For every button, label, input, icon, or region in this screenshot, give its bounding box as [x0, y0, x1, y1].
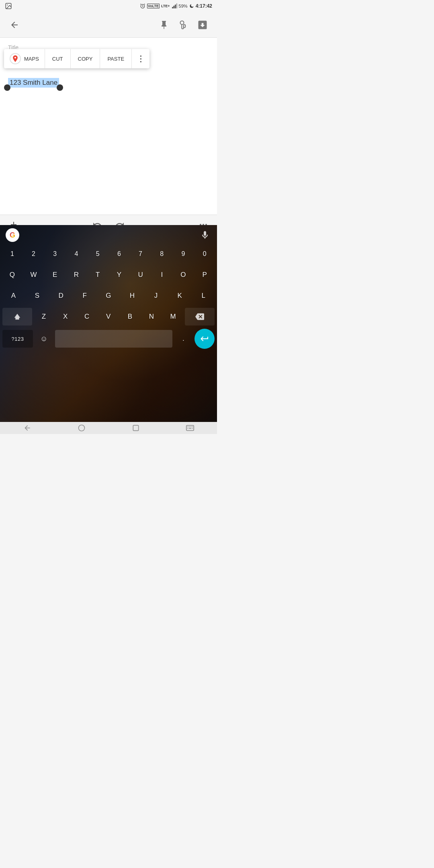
back-button[interactable]: [6, 17, 23, 33]
key-p[interactable]: P: [195, 266, 215, 284]
qwerty-row: Q W E R T Y U I O P: [0, 266, 217, 284]
svg-rect-16: [190, 426, 191, 427]
recent-nav-button[interactable]: [124, 422, 148, 434]
status-bar: VoLTE LTE+ 59% 4:17:42: [0, 0, 217, 12]
key-0[interactable]: 0: [195, 245, 215, 263]
enter-icon: [200, 334, 209, 344]
number-row: 1 2 3 4 5 6 7 8 9 0: [0, 245, 217, 263]
delete-icon: [195, 312, 204, 321]
svg-rect-19: [189, 428, 191, 429]
space-key[interactable]: [55, 330, 172, 348]
svg-rect-5: [175, 5, 176, 8]
key-u[interactable]: U: [131, 266, 150, 284]
more-options-button[interactable]: ⋮: [132, 49, 149, 68]
shift-button[interactable]: [2, 308, 32, 326]
key-s[interactable]: S: [26, 287, 48, 305]
gesture-icon: [178, 20, 188, 30]
maps-popup-option[interactable]: MAPS: [4, 49, 45, 68]
key-z[interactable]: Z: [34, 308, 54, 326]
paste-button[interactable]: PASTE: [100, 49, 132, 68]
key-8[interactable]: 8: [152, 245, 172, 263]
cut-button[interactable]: CUT: [45, 49, 71, 68]
key-q[interactable]: Q: [2, 266, 22, 284]
battery-percentage: 59%: [179, 4, 188, 8]
key-d[interactable]: D: [50, 287, 72, 305]
recent-nav-icon: [132, 424, 140, 432]
key-c[interactable]: C: [77, 308, 97, 326]
key-f[interactable]: F: [74, 287, 96, 305]
svg-rect-14: [187, 426, 188, 427]
svg-point-1: [7, 4, 8, 5]
google-button[interactable]: G: [6, 228, 19, 242]
back-arrow-icon: [10, 20, 19, 30]
key-h[interactable]: H: [121, 287, 143, 305]
svg-rect-15: [189, 426, 190, 427]
key-9[interactable]: 9: [174, 245, 193, 263]
copy-button[interactable]: COPY: [71, 49, 100, 68]
key-k[interactable]: K: [169, 287, 191, 305]
svg-rect-12: [133, 425, 138, 430]
selected-text-area[interactable]: 123 Smith Lane: [8, 78, 59, 88]
keyboard-nav-icon: [186, 424, 194, 432]
content-area: Title MAPS CUT COPY PASTE ⋮: [0, 38, 217, 215]
key-a[interactable]: A: [2, 287, 25, 305]
gesture-button[interactable]: [175, 17, 191, 33]
svg-rect-3: [172, 7, 173, 8]
key-b[interactable]: B: [120, 308, 140, 326]
bottom-nav: [0, 422, 217, 434]
svg-rect-18: [187, 428, 188, 429]
key-n[interactable]: N: [141, 308, 162, 326]
volte-indicator: VoLTE: [147, 4, 160, 8]
selection-handle-right[interactable]: [57, 84, 63, 91]
keyboard-nav-button[interactable]: [178, 422, 202, 434]
lte-indicator: LTE+: [161, 4, 170, 8]
key-7[interactable]: 7: [131, 245, 150, 263]
bottom-row: ?123 ☺ .: [0, 329, 217, 349]
key-3[interactable]: 3: [45, 245, 65, 263]
pin-button[interactable]: [156, 17, 172, 33]
selection-handle-left[interactable]: [4, 84, 10, 91]
key-o[interactable]: O: [174, 266, 193, 284]
inbox-icon: [197, 19, 208, 31]
key-2[interactable]: 2: [24, 245, 43, 263]
key-m[interactable]: M: [163, 308, 183, 326]
period-key[interactable]: .: [174, 330, 193, 348]
maps-label: MAPS: [24, 56, 39, 62]
selection-popup: MAPS CUT COPY PASTE ⋮: [4, 49, 149, 68]
maps-icon: [10, 53, 21, 64]
delete-button[interactable]: [185, 308, 215, 326]
keyboard-top-bar: G: [0, 225, 217, 245]
svg-point-7: [14, 57, 16, 58]
key-l[interactable]: L: [192, 287, 215, 305]
symbols-button[interactable]: ?123: [2, 330, 33, 348]
home-nav-icon: [78, 424, 86, 432]
pin-icon: [159, 20, 169, 30]
key-1[interactable]: 1: [2, 245, 22, 263]
key-v[interactable]: V: [98, 308, 119, 326]
key-e[interactable]: E: [45, 266, 65, 284]
status-icons: VoLTE LTE+ 59% 4:17:42: [140, 3, 212, 9]
key-i[interactable]: I: [152, 266, 172, 284]
svg-rect-4: [173, 6, 174, 8]
emoji-button[interactable]: ☺: [35, 330, 53, 348]
key-y[interactable]: Y: [109, 266, 129, 284]
home-nav-button[interactable]: [70, 422, 94, 434]
moon-icon: [189, 4, 194, 8]
back-nav-button[interactable]: [15, 422, 39, 434]
key-j[interactable]: J: [145, 287, 167, 305]
shift-icon: [13, 312, 22, 321]
key-6[interactable]: 6: [109, 245, 129, 263]
key-x[interactable]: X: [55, 308, 76, 326]
key-r[interactable]: R: [67, 266, 86, 284]
key-t[interactable]: T: [88, 266, 108, 284]
status-time: 4:17:42: [196, 3, 212, 9]
key-w[interactable]: W: [24, 266, 43, 284]
key-5[interactable]: 5: [88, 245, 108, 263]
svg-rect-20: [192, 428, 192, 429]
enter-button[interactable]: [194, 329, 215, 349]
status-bar-left: [5, 2, 137, 10]
inbox-button[interactable]: [194, 17, 211, 33]
key-g[interactable]: G: [97, 287, 119, 305]
mic-button[interactable]: [199, 229, 211, 242]
key-4[interactable]: 4: [67, 245, 86, 263]
